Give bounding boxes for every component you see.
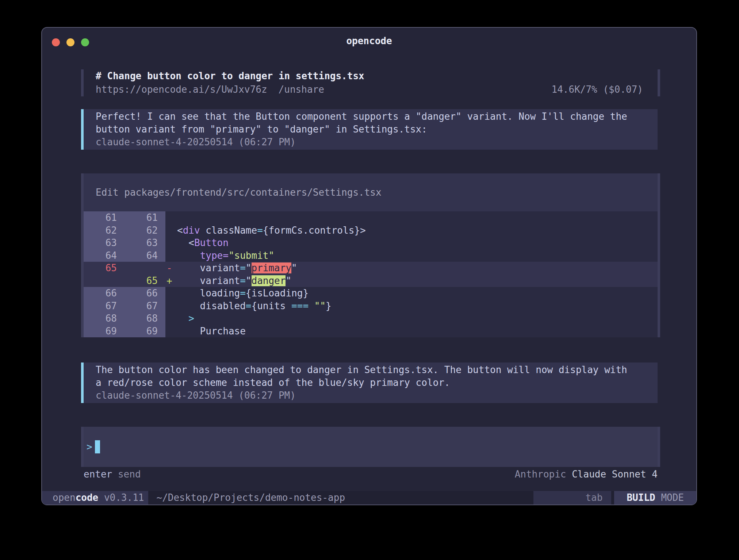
old-line-number: 61	[84, 211, 117, 224]
hint-row: enter send Anthropic Claude Sonnet 4	[84, 468, 658, 481]
assistant-message: Perfect! I can see that the Button compo…	[81, 109, 658, 150]
code-line: >	[177, 312, 658, 325]
diff-row: 6262<div className={formCs.controls}>	[84, 224, 658, 237]
model-indicator: Anthropic Claude Sonnet 4	[515, 468, 658, 481]
new-line-number: 66	[117, 287, 158, 300]
diff-marker	[165, 249, 177, 262]
old-line-number	[84, 275, 117, 287]
mode-switch-key-hint: tab	[533, 491, 611, 505]
old-line-number: 66	[84, 287, 117, 300]
code-line: type="submit"	[177, 249, 658, 262]
new-line-number: 64	[117, 249, 158, 262]
diff-row: 6161	[84, 211, 658, 224]
diff-marker: -	[165, 262, 177, 275]
send-hint: enter send	[84, 468, 141, 481]
mode-suffix: MODE	[661, 492, 684, 503]
unshare-command: /unshare	[279, 83, 324, 96]
new-line-number: 61	[117, 211, 158, 224]
diff-row: 6464 type="submit"	[84, 249, 658, 262]
diff-row: 6868 >	[84, 312, 658, 325]
app-name-regular: open	[53, 492, 76, 503]
code-line: variant="primary"	[177, 262, 658, 275]
code-line: loading={isLoading}	[177, 287, 658, 300]
message-model-timestamp: claude-sonnet-4-20250514 (06:27 PM)	[96, 389, 658, 402]
diff-row: 65+ variant="danger"	[84, 275, 658, 287]
text-cursor	[95, 440, 100, 453]
app-name-bold: code	[76, 492, 99, 503]
new-line-number: 62	[117, 224, 158, 237]
opencode-window: opencode # Change button color to danger…	[41, 27, 697, 505]
assistant-message: The button color has been changed to dan…	[81, 363, 658, 403]
diff-marker	[165, 224, 177, 237]
app-version-chip: opencode v0.3.11	[42, 491, 148, 505]
statusbar-spacer	[345, 491, 533, 505]
session-share-url[interactable]: https://opencode.ai/s/UwJxv76z	[96, 83, 267, 96]
diff-row: 65- variant="primary"	[84, 262, 658, 275]
app-version: v0.3.11	[104, 492, 144, 503]
code-line: variant="danger"	[177, 275, 658, 287]
diff-row: 6666 loading={isLoading}	[84, 287, 658, 300]
message-line: a red/rose color scheme instead of the b…	[96, 376, 658, 389]
diff-marker	[165, 312, 177, 325]
diff-view: 61616262<div className={formCs.controls}…	[84, 211, 658, 337]
diff-marker	[165, 211, 177, 224]
old-line-number: 67	[84, 300, 117, 312]
old-line-number: 63	[84, 237, 117, 249]
prompt-input[interactable]: >	[81, 427, 660, 467]
diff-row: 6363 <Button	[84, 237, 658, 249]
diff-marker: +	[165, 275, 177, 287]
message-line: button variant from "primary" to "danger…	[96, 123, 658, 136]
mode-name: BUILD	[627, 492, 655, 503]
old-line-number: 69	[84, 325, 117, 338]
new-line-number: 65	[117, 275, 158, 287]
code-line: <Button	[177, 237, 658, 249]
edit-tool-block: Edit packages/frontend/src/containers/Se…	[81, 173, 660, 337]
status-bar: opencode v0.3.11 ~/Desktop/Projects/demo…	[42, 491, 696, 505]
code-line: disabled={units === ""}	[177, 300, 658, 312]
diff-row: 6969 Purchase	[84, 325, 658, 338]
diff-marker	[165, 287, 177, 300]
diff-marker	[165, 237, 177, 249]
working-directory: ~/Desktop/Projects/demo-notes-app	[156, 491, 345, 505]
session-header: # Change button color to danger in setti…	[81, 69, 660, 96]
old-line-number: 64	[84, 249, 117, 262]
provider-label: Anthropic	[515, 469, 566, 480]
diff-row: 6767 disabled={units === ""}	[84, 300, 658, 312]
session-title: # Change button color to danger in setti…	[96, 69, 364, 83]
message-line: Perfect! I can see that the Button compo…	[96, 110, 658, 123]
model-label: Claude Sonnet 4	[572, 469, 658, 480]
diff-marker	[165, 325, 177, 338]
token-usage: 14.6K/7% ($0.07)	[552, 83, 643, 96]
new-line-number	[117, 262, 158, 275]
new-line-number: 67	[117, 300, 158, 312]
diff-marker	[165, 300, 177, 312]
mode-indicator: BUILD MODE	[614, 491, 696, 505]
old-line-number: 65	[84, 262, 117, 275]
code-line: <div className={formCs.controls}>	[177, 224, 658, 237]
statusbar-gap	[611, 491, 614, 505]
send-action-label: send	[118, 469, 141, 480]
edit-file-path: Edit packages/frontend/src/containers/Se…	[84, 173, 658, 211]
new-line-number: 69	[117, 325, 158, 338]
new-line-number: 63	[117, 237, 158, 249]
old-line-number: 68	[84, 312, 117, 325]
enter-key-hint: enter	[84, 469, 112, 480]
old-line-number: 62	[84, 224, 117, 237]
message-line: The button color has been changed to dan…	[96, 364, 658, 376]
code-line	[177, 211, 658, 224]
message-model-timestamp: claude-sonnet-4-20250514 (06:27 PM)	[96, 136, 658, 149]
new-line-number: 68	[117, 312, 158, 325]
window-title: opencode	[42, 34, 696, 47]
code-line: Purchase	[177, 325, 658, 338]
prompt-caret: >	[87, 441, 92, 452]
